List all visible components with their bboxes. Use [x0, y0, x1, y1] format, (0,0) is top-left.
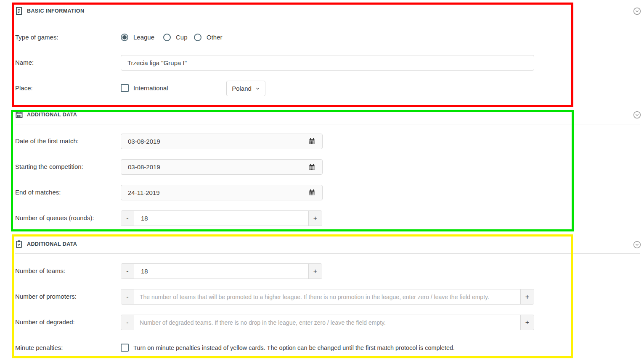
calendar-icon[interactable] [308, 163, 315, 171]
degraded-increment-button[interactable]: + [520, 315, 534, 330]
starting-competition-label: Starting the competition: [15, 163, 83, 171]
queues-label: Number of queues (rounds): [15, 214, 94, 222]
international-label: International [133, 84, 168, 92]
teams-value[interactable]: 18 [134, 264, 308, 279]
name-label: Name: [15, 59, 34, 66]
radio-other[interactable]: Other [194, 34, 223, 41]
first-match-date-value: 03-08-2019 [128, 138, 160, 145]
country-select-value: Poland [232, 85, 252, 92]
chevron-down-circle-icon [633, 241, 641, 249]
end-of-matches-field[interactable]: 24-11-2019 [121, 185, 323, 200]
promoters-stepper: - + [121, 289, 534, 305]
calendar-icon [15, 110, 23, 118]
minute-penalties-label: Minute penalties: [15, 344, 63, 352]
queues-stepper: - 18 + [121, 210, 322, 226]
radio-cup[interactable]: Cup [163, 34, 188, 41]
dates-section-divider [15, 124, 640, 124]
teams-label: Number of teams: [15, 267, 65, 275]
promoters-input[interactable] [134, 289, 520, 304]
calendar-icon[interactable] [308, 138, 315, 145]
radio-league[interactable]: League [121, 34, 154, 41]
radio-selected-icon [121, 34, 128, 41]
teams-increment-button[interactable]: + [308, 264, 322, 279]
collapse-basic-section-button[interactable] [633, 7, 641, 15]
basic-section-divider [15, 20, 640, 20]
end-of-matches-label: End of matches: [15, 189, 61, 196]
queues-increment-button[interactable]: + [308, 211, 322, 226]
chevron-down-circle-icon [633, 7, 641, 15]
place-label: Place: [15, 84, 33, 92]
radio-other-label: Other [207, 34, 223, 41]
section-title-additional-data-dates: ADDITIONAL DATA [27, 112, 77, 118]
degraded-decrement-button[interactable]: - [121, 315, 134, 330]
type-of-games-label: Type of games: [15, 34, 58, 41]
degraded-stepper: - + [121, 315, 534, 330]
starting-competition-value: 03-08-2019 [128, 163, 160, 171]
starting-competition-field[interactable]: 03-08-2019 [121, 159, 323, 175]
promoters-label: Number of promoters: [15, 293, 77, 300]
chevron-down-circle-icon [633, 111, 641, 119]
promoters-decrement-button[interactable]: - [121, 289, 134, 304]
minute-penalties-checkbox[interactable] [121, 344, 129, 352]
radio-league-label: League [133, 34, 154, 41]
degraded-input[interactable] [134, 315, 520, 330]
international-checkbox[interactable] [121, 84, 129, 92]
collapse-dates-section-button[interactable] [633, 111, 641, 119]
teams-decrement-button[interactable]: - [121, 264, 134, 279]
end-of-matches-value: 24-11-2019 [128, 189, 160, 196]
calendar-icon[interactable] [308, 189, 315, 196]
section-title-additional-data-teams: ADDITIONAL DATA [27, 241, 77, 247]
queues-value[interactable]: 18 [134, 211, 308, 226]
promoters-increment-button[interactable]: + [520, 289, 534, 304]
first-match-date-field[interactable]: 03-08-2019 [121, 134, 323, 149]
degraded-label: Number of degraded: [15, 318, 75, 326]
clipboard-check-icon [15, 240, 23, 248]
chevron-down-icon [255, 86, 260, 91]
radio-unselected-icon [163, 34, 171, 41]
first-match-date-label: Date of the first match: [15, 137, 79, 145]
section-title-basic-information: BASIC INFORMATION [27, 8, 84, 14]
teams-stepper: - 18 + [121, 263, 322, 279]
collapse-teams-section-button[interactable] [633, 241, 641, 249]
queues-decrement-button[interactable]: - [121, 211, 134, 226]
radio-cup-label: Cup [176, 34, 188, 41]
radio-unselected-icon [194, 34, 201, 41]
teams-section-divider [15, 253, 640, 254]
name-input[interactable] [121, 55, 534, 71]
document-icon [15, 7, 23, 15]
minute-penalties-caption: Turn on minute penalties instead of yell… [133, 344, 455, 352]
country-select[interactable]: Poland [226, 81, 265, 96]
